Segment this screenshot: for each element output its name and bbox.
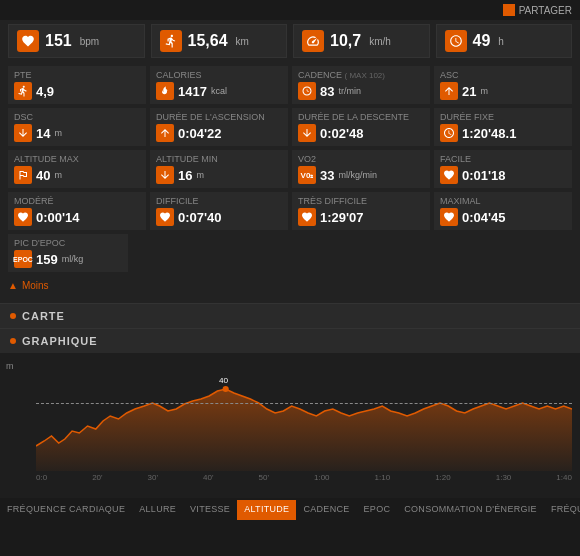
maximal-icon bbox=[440, 208, 458, 226]
duree-fixe-icon bbox=[440, 124, 458, 142]
svg-point-1 bbox=[223, 386, 229, 392]
x-label-30: 30' bbox=[148, 473, 158, 482]
stat-speed: 10,7 km/h bbox=[293, 24, 430, 58]
x-label-130: 1:30 bbox=[496, 473, 512, 482]
alt-max-icon bbox=[14, 166, 32, 184]
cadence-value: 83 bbox=[320, 84, 334, 99]
x-label-50: 50' bbox=[259, 473, 269, 482]
tres-difficile-icon bbox=[298, 208, 316, 226]
time-unit: h bbox=[498, 36, 504, 47]
stats-container: 151 bpm 15,64 km 10,7 km/h 49 h bbox=[0, 20, 580, 303]
facile-icon bbox=[440, 166, 458, 184]
top-bar: PARTAGER bbox=[0, 0, 580, 20]
stat-pte: PTE 4,9 bbox=[8, 66, 146, 104]
cadence-icon bbox=[298, 82, 316, 100]
stat-calories: CALORIES 1417 kcal bbox=[150, 66, 288, 104]
duree-desc-value: 0:02'48 bbox=[320, 126, 364, 141]
vo2-icon: V0₂ bbox=[298, 166, 316, 184]
x-label-110: 1:10 bbox=[375, 473, 391, 482]
stat-distance: 15,64 km bbox=[151, 24, 288, 58]
stat-facile: FACILE 0:01'18 bbox=[434, 150, 572, 188]
vo2-value: 33 bbox=[320, 168, 334, 183]
duree-asc-icon bbox=[156, 124, 174, 142]
maximal-value: 0:04'45 bbox=[462, 210, 506, 225]
stat-asc: ASC 21 m bbox=[434, 66, 572, 104]
stats-grid: PTE 4,9 CALORIES 1417 kcal CADENCE ( max… bbox=[8, 66, 572, 230]
tab-vitesse[interactable]: VITESSE bbox=[183, 500, 237, 520]
alt-min-value: 16 bbox=[178, 168, 192, 183]
stat-heart-rate: 151 bpm bbox=[8, 24, 145, 58]
share-label: PARTAGER bbox=[519, 5, 572, 16]
tab-cadence[interactable]: CADENCE bbox=[296, 500, 356, 520]
duree-fixe-value: 1:20'48.1 bbox=[462, 126, 516, 141]
pte-value: 4,9 bbox=[36, 84, 54, 99]
speed-icon bbox=[302, 30, 324, 52]
stat-dsc: DSC 14 m bbox=[8, 108, 146, 146]
stat-maximal: MAXIMAL 0:04'45 bbox=[434, 192, 572, 230]
tres-difficile-value: 1:29'07 bbox=[320, 210, 364, 225]
speed-value: 10,7 bbox=[330, 32, 361, 50]
dsc-value: 14 bbox=[36, 126, 50, 141]
asc-icon bbox=[440, 82, 458, 100]
chart-area: 35 29 23 17 33 40 bbox=[36, 361, 572, 471]
moins-button[interactable]: ▲ Moins bbox=[8, 276, 572, 295]
duree-desc-icon bbox=[298, 124, 316, 142]
difficile-icon bbox=[156, 208, 174, 226]
stat-cadence: CADENCE ( max 102) 83 tr/min bbox=[292, 66, 430, 104]
tab-epoc[interactable]: EPOC bbox=[357, 500, 398, 520]
stat-duree-fixe: DURÉE FIXE 1:20'48.1 bbox=[434, 108, 572, 146]
moins-label: Moins bbox=[22, 280, 49, 291]
alt-max-value: 40 bbox=[36, 168, 50, 183]
modere-icon bbox=[14, 208, 32, 226]
distance-icon bbox=[160, 30, 182, 52]
heart-icon bbox=[17, 30, 39, 52]
tab-allure[interactable]: ALLURE bbox=[132, 500, 183, 520]
chart-tabs: FRÉQUENCE CARDIAQUE ALLURE VITESSE ALTIT… bbox=[0, 498, 580, 520]
stat-duree-ascension: DURÉE DE L'ASCENSION 0:04'22 bbox=[150, 108, 288, 146]
speed-unit: km/h bbox=[369, 36, 391, 47]
heart-rate-unit: bpm bbox=[80, 36, 99, 47]
heart-rate-value: 151 bbox=[45, 32, 72, 50]
stat-modere: MODÉRÉ 0:00'14 bbox=[8, 192, 146, 230]
moins-arrow: ▲ bbox=[8, 280, 18, 291]
tab-frequence-respiratoire[interactable]: FRÉQUENCE RESPIRATOIRE bbox=[544, 500, 580, 520]
carte-section-header[interactable]: CARTE bbox=[0, 303, 580, 328]
calories-value: 1417 bbox=[178, 84, 207, 99]
chart-svg: 40 bbox=[36, 361, 572, 471]
share-icon bbox=[503, 4, 515, 16]
tab-frequence-cardiaque[interactable]: FRÉQUENCE CARDIAQUE bbox=[0, 500, 132, 520]
graphique-label: GRAPHIQUE bbox=[22, 335, 98, 347]
stat-alt-max: ALTITUDE MAX 40 m bbox=[8, 150, 146, 188]
stat-time: 49 h bbox=[436, 24, 573, 58]
pte-icon bbox=[14, 82, 32, 100]
asc-value: 21 bbox=[462, 84, 476, 99]
share-button[interactable]: PARTAGER bbox=[503, 4, 572, 16]
timer-icon bbox=[445, 30, 467, 52]
carte-dot bbox=[10, 313, 16, 319]
dsc-icon bbox=[14, 124, 32, 142]
facile-value: 0:01'18 bbox=[462, 168, 506, 183]
epoc-row: PIC D'EPOC EPOC 159 ml/kg bbox=[8, 234, 572, 272]
graphique-section-header[interactable]: GRAPHIQUE bbox=[0, 328, 580, 353]
stat-tres-difficile: TRÈS DIFFICILE 1:29'07 bbox=[292, 192, 430, 230]
stat-duree-descente: DURÉE DE LA DESCENTE 0:02'48 bbox=[292, 108, 430, 146]
difficile-value: 0:07'40 bbox=[178, 210, 222, 225]
stat-epoc: PIC D'EPOC EPOC 159 ml/kg bbox=[8, 234, 128, 272]
stat-difficile: DIFFICILE 0:07'40 bbox=[150, 192, 288, 230]
x-label-140: 1:40 bbox=[556, 473, 572, 482]
x-label-120: 1:20 bbox=[435, 473, 451, 482]
x-label-0: 0:0 bbox=[36, 473, 47, 482]
x-label-20: 20' bbox=[92, 473, 102, 482]
distance-value: 15,64 bbox=[188, 32, 228, 50]
x-label-40: 40' bbox=[203, 473, 213, 482]
tab-altitude[interactable]: ALTITUDE bbox=[237, 500, 296, 520]
alt-min-icon bbox=[156, 166, 174, 184]
epoc-icon: EPOC bbox=[14, 250, 32, 268]
time-value: 49 bbox=[473, 32, 491, 50]
tab-consommation[interactable]: CONSOMMATION D'ÉNERGIE bbox=[397, 500, 544, 520]
epoc-value: 159 bbox=[36, 252, 58, 267]
svg-text:40: 40 bbox=[219, 376, 229, 385]
avg-dashed-line bbox=[36, 403, 572, 404]
stats-top-row: 151 bpm 15,64 km 10,7 km/h 49 h bbox=[8, 24, 572, 58]
x-label-100: 1:00 bbox=[314, 473, 330, 482]
